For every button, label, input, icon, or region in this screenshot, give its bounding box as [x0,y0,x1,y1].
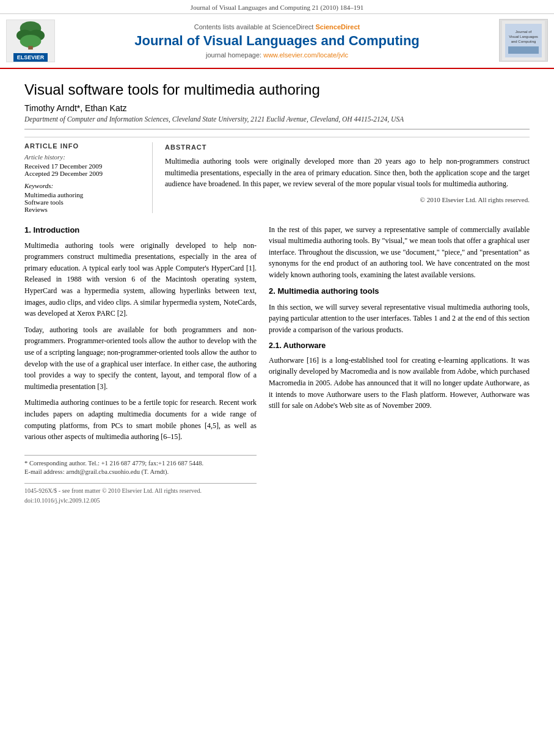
right-intro-para: In the rest of this paper, we survey a r… [269,224,530,281]
footnote-corresponding: * Corresponding author. Tel.: +1 216 687… [24,459,257,468]
sciencedirect-line: Contents lists available at ScienceDirec… [61,23,493,31]
body-left-column: 1. Introduction Multimedia authoring too… [24,224,257,506]
elsevier-label: ELSEVIER [13,53,48,62]
article-footer: * Corresponding author. Tel.: +1 216 687… [24,455,257,477]
body-columns: 1. Introduction Multimedia authoring too… [24,224,530,506]
copyright-line: © 2010 Elsevier Ltd. All rights reserved… [165,195,530,205]
history-label: Article history: [24,153,142,161]
intro-heading: 1. Introduction [24,224,257,236]
keyword-2: Software tools [24,198,142,206]
keyword-1: Multimedia authoring [24,191,142,198]
article-authors: Timothy Arndt*, Ethan Katz [24,103,530,113]
svg-point-3 [20,35,42,48]
keyword-3: Reviews [24,206,142,213]
section2-heading: 2. Multimedia authoring tools [269,285,530,297]
abstract-text: Multimedia authoring tools were original… [165,156,530,190]
footer-doi: doi:10.1016/j.jvlc.2009.12.005 [24,496,257,506]
article-title-section: Visual software tools for multimedia aut… [24,69,530,129]
svg-rect-4 [28,46,33,49]
elsevier-tree-logo: ELSEVIER [6,20,55,62]
received-date: Received 17 December 2009 Accepted 29 De… [24,162,142,177]
intro-para-2: Today, authoring tools are available for… [24,324,257,393]
body-right-column: In the rest of this paper, we survey a r… [269,224,530,506]
section2-para1: In this section, we will survey several … [269,302,530,336]
article-content: Visual software tools for multimedia aut… [0,69,554,506]
journal-center-info: Contents lists available at ScienceDirec… [61,23,493,59]
svg-text:Visual Languages: Visual Languages [509,35,538,38]
intro-para-3: Multimedia authoring continues to be a f… [24,397,257,442]
info-section: ARTICLE INFO Article history: Received 1… [24,137,530,213]
article-affiliation: Department of Computer and Information S… [24,115,530,123]
journal-citation: Journal of Visual Languages and Computin… [191,4,363,11]
svg-text:Journal of: Journal of [516,30,532,34]
footer-issn: 1045-926X/$ - see front matter © 2010 El… [24,486,257,496]
section21-heading: 2.1. Authorware [269,340,530,352]
journal-top-bar: Journal of Visual Languages and Computin… [0,0,554,14]
svg-rect-10 [508,46,539,54]
journal-title: Journal of Visual Languages and Computin… [61,33,493,49]
abstract-title: ABSTRACT [165,142,530,153]
elsevier-logo-right: Journal of Visual Languages and Computin… [493,19,548,63]
abstract-column: ABSTRACT Multimedia authoring tools were… [165,142,530,213]
sciencedirect-link[interactable]: ScienceDirect [315,23,360,31]
journal-homepage: journal homepage: www.elsevier.com/locat… [61,51,493,59]
section21-para1: Authorware [16] is a long-established to… [269,355,530,412]
article-info-column: ARTICLE INFO Article history: Received 1… [24,142,153,213]
journal-cover-thumbnail: Journal of Visual Languages and Computin… [499,19,548,62]
journal-homepage-link[interactable]: www.elsevier.com/locate/jvlc [263,51,348,59]
footer-bottom: 1045-926X/$ - see front matter © 2010 El… [24,483,257,505]
article-info-title: ARTICLE INFO [24,142,142,150]
footnote-email: E-mail address: arndt@grail.cba.csuohio.… [24,468,257,477]
elsevier-logo-left: ELSEVIER [6,20,61,62]
article-title: Visual software tools for multimedia aut… [24,81,530,98]
keywords-label: Keywords: [24,182,142,189]
svg-text:and Computing: and Computing [511,40,536,43]
journal-header: ELSEVIER Contents lists available at Sci… [0,14,554,69]
intro-para-1: Multimedia authoring tools were original… [24,240,257,319]
